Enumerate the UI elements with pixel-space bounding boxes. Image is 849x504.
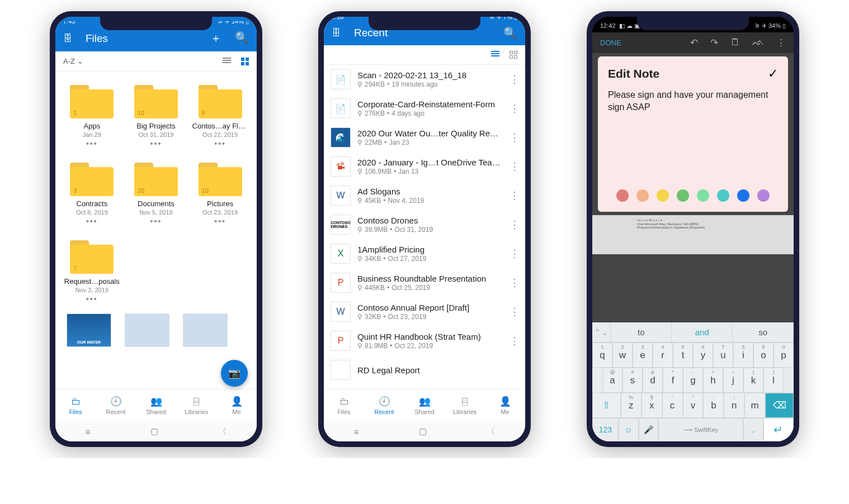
color-swatch[interactable] <box>757 189 770 202</box>
folder-more-icon[interactable]: ••• <box>86 139 98 148</box>
list-item[interactable]: 🌊2020 Our Water Ou…ter Quality Report⚲22… <box>324 123 525 152</box>
list-view-icon[interactable] <box>491 51 499 59</box>
kb-suggestion[interactable]: and <box>672 322 733 342</box>
nav-files[interactable]: 🗀Files <box>324 389 364 421</box>
kb-space[interactable]: ⟶ SwiftKey <box>658 418 743 441</box>
kb-key[interactable]: (k <box>743 368 763 393</box>
search-icon[interactable]: 🔍 <box>235 31 249 46</box>
nav-shared[interactable]: 👥Shared <box>136 389 176 421</box>
folder-item[interactable]: 10 Big Projects Oct 31, 2019 ••• <box>124 80 188 158</box>
back-button[interactable]: 〈 <box>218 426 227 437</box>
kb-key[interactable]: 4r <box>653 343 673 368</box>
list-item[interactable]: RD Legal Report <box>324 355 525 384</box>
nav-recent[interactable]: 🕘Recent <box>364 389 404 421</box>
nav-me[interactable]: 👤Me <box>485 389 525 421</box>
item-more-icon[interactable]: ⋮ <box>507 216 522 233</box>
list-item[interactable]: X1Amplified Pricing⚲34KB • Oct 27, 2019⋮ <box>324 239 525 268</box>
folder-more-icon[interactable]: ••• <box>86 294 98 303</box>
kb-key[interactable]: 2w <box>612 343 633 368</box>
kb-key[interactable]: "v <box>683 393 704 418</box>
nav-shared[interactable]: 👥Shared <box>404 389 445 421</box>
recent-apps-button[interactable]: ≡ <box>86 427 91 436</box>
kb-period[interactable]: . <box>743 418 763 441</box>
nav-libraries[interactable]: ⌸Libraries <box>445 389 485 421</box>
list-item[interactable]: 📄Scan - 2020-02-21 13_16_18⚲294KB • 19 m… <box>324 65 525 94</box>
overflow-menu-icon[interactable]: ⋮ <box>776 37 786 49</box>
share-icon[interactable]: ᨒ <box>752 37 764 49</box>
color-swatch[interactable] <box>636 189 649 202</box>
home-button[interactable]: ▢ <box>150 426 158 436</box>
item-more-icon[interactable]: ⋮ <box>507 129 522 146</box>
camera-fab[interactable]: 📷 <box>221 360 248 387</box>
nav-libraries[interactable]: ⌸Libraries <box>176 389 216 421</box>
grid-view-icon[interactable] <box>241 58 249 65</box>
file-thumbnail[interactable] <box>125 313 169 347</box>
nav-recent[interactable]: 🕘Recent <box>96 389 136 421</box>
color-swatch[interactable] <box>657 189 669 202</box>
check-icon[interactable]: ✓ <box>768 66 778 81</box>
kb-key[interactable]: 3e <box>633 343 653 368</box>
file-thumbnail[interactable] <box>183 313 228 347</box>
list-item[interactable]: 📽2020 - January - Ig…t OneDrive Teams⚲10… <box>324 152 525 181</box>
briefcase-icon[interactable]: 🗄 <box>332 28 341 38</box>
undo-icon[interactable]: ↶ <box>690 37 698 49</box>
folder-item[interactable]: 3 Contracts Oct 8, 2019 ••• <box>60 158 124 236</box>
note-icon[interactable]: 🗒 <box>730 37 740 49</box>
color-swatch[interactable] <box>697 189 709 202</box>
kb-key[interactable]: 8i <box>733 343 753 368</box>
nav-me[interactable]: 👤Me <box>216 389 257 421</box>
kb-numbers[interactable]: 123 <box>592 418 619 441</box>
item-more-icon[interactable]: ⋮ <box>507 158 522 175</box>
file-thumbnail[interactable]: OUR WATER <box>67 313 111 347</box>
color-swatch[interactable] <box>616 189 629 202</box>
add-button[interactable]: ＋ <box>210 31 221 46</box>
kb-key[interactable]: -g <box>683 368 703 393</box>
kb-key[interactable]: 1q <box>592 343 612 368</box>
note-body[interactable]: Please sign and have your management sig… <box>608 89 778 189</box>
kb-key[interactable]: :b <box>703 393 724 418</box>
kb-key[interactable]: 6y <box>693 343 713 368</box>
kb-key[interactable]: %z <box>621 393 642 418</box>
item-more-icon[interactable]: ⋮ <box>507 187 522 204</box>
folder-more-icon[interactable]: ••• <box>150 217 162 226</box>
kb-key[interactable]: 7u <box>713 343 733 368</box>
kb-key[interactable]: *f <box>663 368 683 393</box>
item-more-icon[interactable]: ⋮ <box>507 245 522 262</box>
nav-files[interactable]: 🗀Files <box>55 389 96 421</box>
kb-key[interactable]: +h <box>703 368 723 393</box>
grid-view-icon[interactable] <box>510 51 517 59</box>
item-more-icon[interactable]: ⋮ <box>507 274 522 291</box>
redo-icon[interactable]: ↷ <box>710 37 718 49</box>
color-swatch[interactable] <box>717 189 729 202</box>
back-button[interactable]: 〈 <box>487 426 495 437</box>
item-more-icon[interactable]: ⋮ <box>507 71 522 88</box>
kb-key[interactable]: $x <box>642 393 662 418</box>
folder-more-icon[interactable]: ••• <box>214 217 226 226</box>
folder-item[interactable]: 1 Apps Jan 29 ••• <box>60 80 124 158</box>
kb-key[interactable]: 'c <box>662 393 683 418</box>
list-item[interactable]: PBusiness Roundtable Presentation⚲445KB … <box>324 268 525 297</box>
color-swatch[interactable] <box>737 189 749 202</box>
folder-more-icon[interactable]: ••• <box>214 139 226 148</box>
kb-emoji-icon[interactable]: ☺ <box>619 418 639 441</box>
item-more-icon[interactable]: ⋮ <box>507 332 522 349</box>
folder-item[interactable]: 8 Contos…ay Flyer Oct 22, 2019 ••• <box>188 80 252 158</box>
list-item[interactable]: WContoso Annual Report [Draft]⚲32KB • Oc… <box>324 297 525 326</box>
list-view-icon[interactable] <box>223 58 231 65</box>
done-button[interactable]: DONE <box>600 39 621 47</box>
kb-suggestion[interactable]: to <box>611 322 672 342</box>
item-more-icon[interactable]: ⋮ <box>507 100 522 117</box>
color-swatch[interactable] <box>677 189 689 202</box>
briefcase-icon[interactable]: 🗄 <box>63 34 72 44</box>
kb-backspace[interactable]: !⌫ <box>765 393 794 418</box>
kb-suggestion[interactable]: so <box>733 322 794 342</box>
kb-expand-icon[interactable]: ⌃⌄ <box>592 322 611 342</box>
folder-item[interactable]: 10 Pictures Oct 23, 2019 ••• <box>188 158 252 236</box>
home-button[interactable]: ▢ <box>419 426 427 436</box>
kb-key[interactable]: m <box>744 393 765 418</box>
kb-mic-icon[interactable]: 🎤 <box>639 418 659 441</box>
folder-more-icon[interactable]: ••• <box>150 139 162 148</box>
list-item[interactable]: WAd Slogans⚲45KB • Nov 4, 2019⋮ <box>324 181 525 210</box>
kb-key[interactable]: )l <box>763 368 784 393</box>
list-item[interactable]: CONTOSO DRONESContoso Drones⚲39.9MB • Oc… <box>324 210 525 239</box>
